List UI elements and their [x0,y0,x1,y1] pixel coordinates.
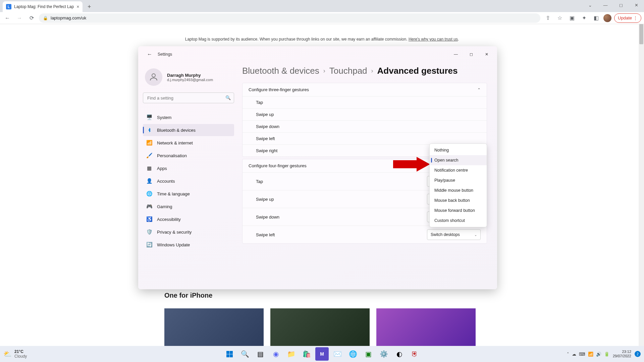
tray-icons[interactable]: ˄ ☁ ⌨ 📶 🔊 🔋 [567,352,609,357]
sidebar-item-bluetooth-devices[interactable]: Bluetooth & devices [143,124,234,136]
nav-icon: 📶 [146,140,152,146]
os-minimize-button[interactable]: — [598,0,613,10]
clock[interactable]: 23:12 29/07/2022 [613,350,631,358]
sidebar-item-network-internet[interactable]: 📶Network & internet [143,137,234,149]
nav-label: Apps [157,166,167,171]
sidebar-item-apps[interactable]: ▦Apps [143,162,234,174]
browser-chrome: L Laptop Mag: Find the Perfect Lap × + ←… [0,0,644,24]
gesture-label: Swipe up [256,112,274,117]
os-close-button[interactable]: ✕ [629,0,644,10]
tap-dropdown-menu: NothingOpen searchNotification centrePla… [429,143,487,227]
dropdown-option[interactable]: Mouse forward button [430,205,487,216]
dropdown-option[interactable]: Custom shortcut [430,216,487,226]
page-scrollbar[interactable] [639,24,644,346]
taskbar-apps: 🔍 ▤ ◉ 📁 🛍️ M ✉️ 🌐 ▣ ⚙️ ◐ ⛨ [223,347,421,361]
bookmark-icon[interactable]: ☆ [555,13,565,23]
start-button[interactable] [223,347,236,361]
dropdown-option[interactable]: Middle mouse button [430,185,487,195]
gesture-row: Swipe left [243,132,487,144]
settings-icon[interactable]: ⚙️ [377,347,390,361]
sidepanel-icon[interactable]: ◧ [591,13,601,23]
chevron-up-icon: ⌃ [477,87,481,92]
nav-icon: 👤 [146,178,152,184]
onedrive-icon[interactable]: ☁ [572,352,576,357]
app-icon[interactable]: M [315,347,329,361]
taskbar-search-icon[interactable]: 🔍 [238,347,252,361]
volume-icon[interactable]: 🔊 [596,352,601,357]
dropdown-option[interactable]: Play/pause [430,175,487,185]
extensions-icon[interactable]: ✦ [579,13,589,23]
os-chevron-down-icon[interactable]: ⌄ [582,0,598,10]
extension1-icon[interactable]: ▣ [567,13,577,23]
task-view-icon[interactable]: ▤ [254,347,267,361]
dropdown-option[interactable]: Mouse back button [430,195,487,205]
nav-label: Privacy & security [157,230,192,235]
file-explorer-icon[interactable]: 📁 [284,347,298,361]
time: 23:12 [613,350,631,354]
sidebar-item-accounts[interactable]: 👤Accounts [143,175,234,187]
expander-header[interactable]: Configure three-finger gestures ⌃ [243,83,487,96]
sidebar-item-accessibility[interactable]: ♿Accessibility [143,213,234,225]
breadcrumb-item[interactable]: Touchpad [329,66,367,76]
chevron-right-icon: › [323,67,325,74]
settings-nav: 🖥️SystemBluetooth & devices📶Network & in… [143,111,234,251]
notification-badge[interactable]: 2 [635,351,641,357]
gesture-label: Swipe down [256,124,279,129]
sidebar-item-personalisation[interactable]: 🖌️Personalisation [143,149,234,162]
nav-icon: 🖌️ [146,153,152,159]
dropdown-option[interactable]: Nothing [430,145,487,155]
nav-label: Accounts [157,179,175,184]
discord-icon[interactable]: ◉ [269,347,282,361]
settings-search-input[interactable] [143,93,234,103]
expander-title: Configure three-finger gestures [249,87,309,92]
nav-icon: ♿ [146,216,152,222]
dropdown-option[interactable]: Notification centre [430,165,487,175]
update-button[interactable]: Update ⋮ [614,13,641,23]
forward-button[interactable]: → [15,13,24,23]
sidebar-item-gaming[interactable]: 🎮Gaming [143,200,234,213]
tray-chevron-icon[interactable]: ˄ [567,352,569,357]
disclaimer-link[interactable]: Here's why you can trust us [409,37,458,42]
address-bar[interactable]: 🔒 laptopmag.com/uk [39,13,540,23]
scrollbar-thumb[interactable] [639,24,643,44]
battery-icon[interactable]: 🔋 [604,352,609,357]
sidebar-item-time-language[interactable]: 🌐Time & language [143,188,234,200]
os-maximize-button[interactable]: ◻ [613,0,629,10]
sidebar-item-privacy-security[interactable]: 🛡️Privacy & security [143,226,234,238]
gesture-label: Tap [256,179,263,184]
xbox-icon[interactable]: ▣ [362,347,375,361]
gesture-label: Tap [256,100,263,105]
new-tab-button[interactable]: + [85,2,94,11]
tab-close-icon[interactable]: × [76,4,79,9]
weather-widget[interactable]: ⛅ 21°C Cloudy [3,349,27,359]
profile-avatar[interactable] [603,14,611,22]
user-block[interactable]: Darragh Murphy d.j.murphy2493@gmail.com [143,65,234,93]
mcafee-icon[interactable]: ⛨ [408,347,421,361]
mail-icon[interactable]: ✉️ [331,347,344,361]
article-title: One for iPhone [164,291,265,300]
browser-tab[interactable]: L Laptop Mag: Find the Perfect Lap × [3,1,83,12]
window-minimize-button[interactable]: — [448,49,464,60]
share-icon[interactable]: ⇧ [543,13,552,23]
window-close-button[interactable]: ✕ [479,49,494,60]
steam-icon[interactable]: ◐ [392,347,406,361]
nav-icon: ▦ [146,165,152,171]
chevron-right-icon: › [371,67,373,74]
gesture-dropdown[interactable]: Switch desktops⌄ [427,229,481,240]
settings-back-button[interactable]: ← [144,49,155,60]
breadcrumb-item[interactable]: Bluetooth & devices [242,66,319,76]
store-icon[interactable]: 🛍️ [300,347,313,361]
language-icon[interactable]: ⌨ [579,352,585,357]
sidebar-item-windows-update[interactable]: 🔄Windows Update [143,239,234,251]
reload-button[interactable]: ⟳ [27,13,36,23]
settings-titlebar: ← Settings — ◻ ✕ [138,46,497,62]
wifi-icon[interactable]: 📶 [588,352,593,357]
dropdown-option[interactable]: Open search [430,155,487,165]
nav-label: Accessibility [157,217,181,222]
window-maximize-button[interactable]: ◻ [464,49,479,60]
sidebar-item-system[interactable]: 🖥️System [143,111,234,123]
url-text: laptopmag.com/uk [51,15,86,20]
nav-label: Windows Update [157,242,190,247]
back-button[interactable]: ← [3,13,12,23]
chrome-icon[interactable]: 🌐 [346,347,360,361]
